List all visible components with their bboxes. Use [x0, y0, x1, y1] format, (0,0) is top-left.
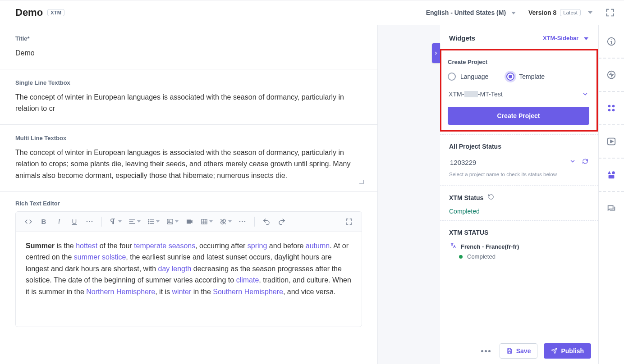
language-selector[interactable]: English - United States (M): [426, 9, 516, 16]
field-rich-text: Rich Text Editor B I U ··· ···: [0, 192, 377, 345]
svg-rect-14: [609, 175, 615, 178]
rte-link-northern-hemisphere[interactable]: Northern Hemisphere: [86, 288, 155, 296]
status-language-label: French - France(fr-fr): [461, 243, 519, 250]
resize-handle-icon[interactable]: [359, 180, 364, 184]
redo-icon[interactable]: [275, 215, 288, 228]
refresh-history-icon[interactable]: [488, 194, 494, 201]
rte-text: in the: [191, 288, 213, 296]
paragraph-format-icon[interactable]: [107, 215, 124, 228]
status-dot-icon: [459, 255, 463, 259]
radio-language[interactable]: Language: [448, 73, 488, 81]
create-project-title: Create Project: [448, 59, 589, 65]
xtm-status-value: Completed: [449, 208, 589, 215]
template-select[interactable]: XTM--MT-Test: [448, 89, 589, 105]
toolbar-separator: [254, 217, 255, 227]
italic-icon[interactable]: I: [53, 215, 65, 228]
align-icon[interactable]: [126, 215, 142, 228]
rte-link-winter[interactable]: winter: [172, 288, 192, 296]
xtm-status-list-section: XTM STATUS French - France(fr-fr) Comple…: [440, 220, 598, 278]
status-language-row: French - France(fr-fr): [450, 242, 589, 250]
save-icon: [506, 348, 513, 354]
widgets-selector[interactable]: XTM-Sidebar: [543, 35, 588, 41]
template-suffix: -MT-Test: [478, 91, 503, 98]
radio-template[interactable]: Template: [506, 73, 545, 81]
rail-info[interactable]: [599, 25, 624, 59]
project-select[interactable]: 1203229: [449, 156, 589, 170]
project-select-value: 1203229: [450, 159, 476, 166]
refresh-icon[interactable]: [582, 158, 588, 166]
chevron-down-icon: [584, 37, 588, 40]
field-title: Title* Demo: [0, 25, 377, 69]
all-project-status-title: All Project Status: [449, 143, 589, 150]
rte-link-hottest[interactable]: hottest: [76, 242, 97, 250]
rail-comments[interactable]: [599, 192, 624, 225]
svg-point-4: [169, 220, 170, 221]
rte-link-climate[interactable]: climate: [236, 276, 259, 284]
save-button-label: Save: [516, 347, 531, 355]
chevron-down-icon: [588, 11, 592, 14]
chevron-down-icon: [569, 158, 576, 166]
shapes-icon: [606, 170, 616, 180]
rte-link-temperate-seasons[interactable]: temperate seasons: [134, 242, 195, 250]
save-button[interactable]: Save: [500, 343, 538, 359]
publish-button[interactable]: Publish: [544, 343, 591, 359]
field-title-value[interactable]: Demo: [15, 47, 362, 59]
rte-link-day-length[interactable]: day length: [158, 265, 192, 273]
panel-footer: Save Publish: [440, 338, 598, 364]
language-selector-label: English - United States (M): [426, 9, 506, 16]
svg-point-13: [612, 171, 615, 174]
field-single-line-label: Single Line Textbox: [15, 79, 362, 86]
chevron-down-icon: [582, 91, 588, 97]
top-bar: Demo XTM English - United States (M) Ver…: [0, 0, 624, 25]
undo-icon[interactable]: [260, 215, 273, 228]
publish-button-label: Publish: [561, 347, 584, 355]
field-title-label: Title*: [15, 35, 362, 42]
link-icon[interactable]: [217, 215, 234, 228]
rail-activity[interactable]: [599, 59, 624, 92]
page-title: Demo: [15, 7, 43, 18]
code-view-icon[interactable]: [22, 215, 35, 228]
create-project-button[interactable]: Create Project: [448, 107, 589, 125]
rte-toolbar: B I U ··· ···: [16, 212, 362, 232]
rte-link-southern-hemisphere[interactable]: Southern Hemisphere: [213, 288, 283, 296]
svg-point-0: [148, 219, 149, 220]
more-actions-icon[interactable]: [478, 347, 493, 355]
underline-icon[interactable]: U: [68, 215, 81, 228]
workflow-icon: [606, 103, 616, 113]
rail-preview[interactable]: [599, 125, 624, 159]
status-language-state: Completed: [449, 253, 589, 260]
image-icon[interactable]: [164, 215, 180, 228]
template-prefix: XTM-: [449, 91, 464, 98]
fullscreen-icon[interactable]: [605, 8, 615, 18]
svg-point-1: [148, 221, 149, 222]
version-selector[interactable]: Version 8 Latest: [528, 9, 592, 16]
content-gutter: [378, 25, 440, 364]
svg-point-11: [612, 109, 615, 112]
rte-body[interactable]: Summer is the hottest of the four temper…: [16, 232, 362, 327]
field-single-line-value[interactable]: The concept of winter in European langua…: [15, 91, 362, 114]
video-icon[interactable]: [183, 215, 196, 228]
rte-link-spring[interactable]: spring: [248, 242, 267, 250]
field-single-line: Single Line Textbox The concept of winte…: [0, 69, 377, 125]
rte-link-summer-solstice[interactable]: summer solstice: [74, 253, 126, 261]
fullscreen-editor-icon[interactable]: [343, 215, 355, 228]
more-formatting-icon[interactable]: ···: [83, 215, 96, 228]
publish-icon: [551, 348, 557, 354]
field-multi-line-text: The concept of winter in European langua…: [15, 149, 351, 179]
rte-link-autumn[interactable]: autumn: [306, 242, 330, 250]
field-rich-text-label: Rich Text Editor: [15, 200, 362, 207]
activity-icon: [606, 70, 616, 80]
field-multi-line: Multi Line Textbox The concept of winter…: [0, 125, 377, 192]
create-project-mode-radios: Language Template: [448, 73, 589, 81]
field-multi-line-value[interactable]: The concept of winter in European langua…: [15, 147, 362, 182]
rail-workflow[interactable]: [599, 92, 624, 125]
list-icon[interactable]: [145, 215, 161, 228]
panel-collapse-handle[interactable]: [432, 43, 440, 63]
widgets-panel: Widgets XTM-Sidebar Create Project Langu…: [440, 25, 599, 364]
table-icon[interactable]: [198, 215, 215, 228]
rail-shapes[interactable]: [599, 159, 624, 192]
widgets-selector-label: XTM-Sidebar: [543, 35, 578, 41]
bold-icon[interactable]: B: [37, 215, 50, 228]
rich-text-editor: B I U ··· ···: [15, 211, 362, 327]
more-tools-icon[interactable]: ···: [236, 215, 249, 228]
